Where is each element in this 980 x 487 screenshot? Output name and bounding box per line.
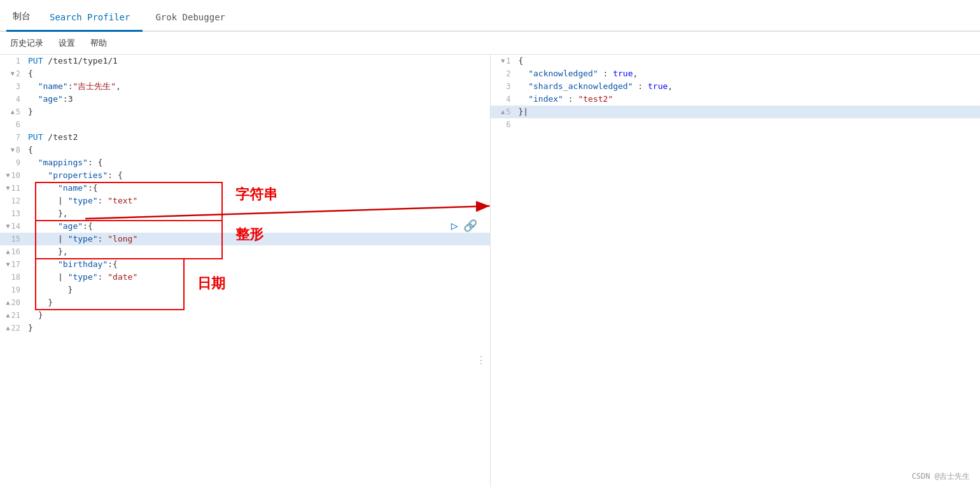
code-line-11: ▼11 "name":{ (0, 182, 490, 195)
code-line-20: ▲20 } (0, 296, 490, 309)
code-line-9: 9 "mappings": { (0, 156, 490, 169)
main-content: 1 PUT /test1/type1/1 ▼2 { 3 "name":"吉士先生… (0, 55, 980, 487)
code-line-4: 4 "age":3 (0, 93, 490, 106)
code-line-5: ▲5 } (0, 106, 490, 118)
code-line-3: 3 "name":"吉士先生", (0, 80, 490, 93)
code-line-13: 13 }, (0, 207, 490, 220)
menu-bar: 历史记录 设置 帮助 (0, 32, 980, 55)
menu-help[interactable]: 帮助 (90, 38, 107, 49)
right-editor: ▼1 { 2 "acknowledged" : true, 3 "shards_… (491, 55, 981, 487)
separator-handle[interactable]: ⋮ (476, 354, 486, 366)
editor-toolbar: ▷ 🔗 (451, 219, 477, 232)
right-code-line-5: ▲5 }| (491, 106, 981, 118)
code-line-7: 7 PUT /test2 (0, 131, 490, 144)
code-line-14: ▼14 "age":{ (0, 220, 490, 233)
menu-history[interactable]: 历史记录 (10, 38, 43, 49)
run-icon[interactable]: ▷ (451, 219, 458, 232)
menu-settings[interactable]: 设置 (59, 38, 75, 49)
code-line-12: 12 | "type": "text" (0, 195, 490, 207)
code-line-10: ▼10 "properties": { (0, 169, 490, 182)
code-line-1: 1 PUT /test1/type1/1 (0, 55, 490, 67)
right-code-line-4: 4 "index" : "test2" (491, 93, 981, 106)
footer-credit: CSDN @吉士先生 (912, 471, 970, 482)
right-code-editor[interactable]: ▼1 { 2 "acknowledged" : true, 3 "shards_… (491, 55, 981, 487)
code-line-16: ▲16 }, (0, 245, 490, 258)
code-line-8: ▼8 { (0, 144, 490, 156)
tab-grok-debugger[interactable]: Grok Debugger (143, 4, 238, 32)
right-code-line-3: 3 "shards_acknowledged" : true, (491, 80, 981, 93)
tab-bar: 制台 Search Profiler Grok Debugger (0, 0, 980, 32)
code-line-17: ▼17 "birthday":{ (0, 258, 490, 271)
code-line-18: 18 | "type": "date" (0, 271, 490, 284)
right-code-line-2: 2 "acknowledged" : true, (491, 67, 981, 80)
code-line-2: ▼2 { (0, 67, 490, 80)
left-editor: 1 PUT /test1/type1/1 ▼2 { 3 "name":"吉士先生… (0, 55, 491, 487)
code-line-15: 15 | "type": "long" (0, 233, 490, 245)
left-code-editor[interactable]: 1 PUT /test1/type1/1 ▼2 { 3 "name":"吉士先生… (0, 55, 490, 487)
copy-icon[interactable]: 🔗 (463, 219, 477, 232)
code-line-21: ▲21 } (0, 309, 490, 322)
right-code-line-1: ▼1 { (491, 55, 981, 67)
tab-console[interactable]: 制台 (6, 3, 37, 32)
code-line-6: 6 (0, 118, 490, 131)
code-line-19: 19 } (0, 284, 490, 296)
code-line-22: ▲22 } (0, 322, 490, 334)
right-code-line-6: 6 (491, 118, 981, 131)
tab-search-profiler[interactable]: Search Profiler (37, 4, 143, 32)
